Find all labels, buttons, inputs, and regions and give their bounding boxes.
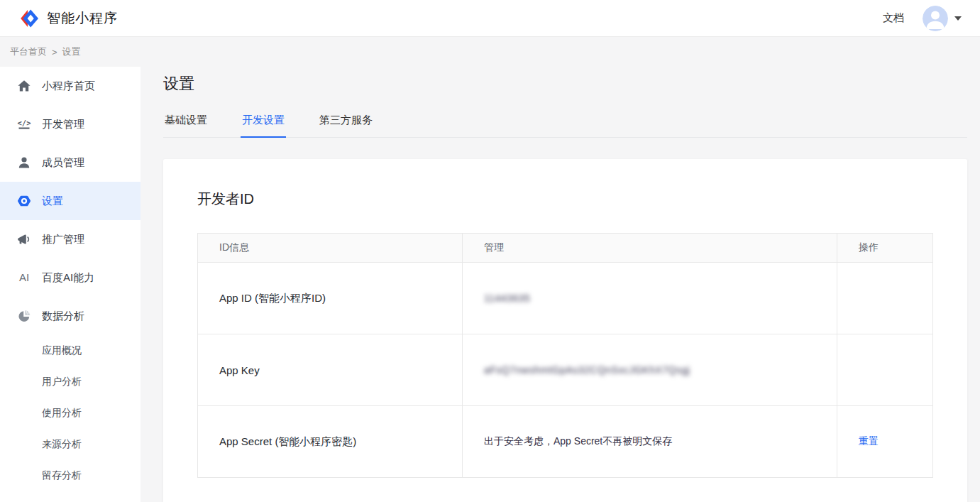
- top-header: 智能小程序 文档: [0, 0, 980, 37]
- brand-name: 智能小程序: [47, 9, 118, 28]
- settings-tabs: 基础设置开发设置第三方服务: [163, 114, 967, 138]
- sidebar-subitem-user-analysis[interactable]: 用户分析: [0, 366, 141, 398]
- row-label: App ID (智能小程序ID): [219, 292, 326, 305]
- pie-icon: [17, 309, 31, 323]
- action-cell: [837, 263, 932, 334]
- sidebar-subitem-source-analysis[interactable]: 来源分析: [0, 429, 141, 460]
- brand: 智能小程序: [18, 8, 118, 29]
- avatar[interactable]: [923, 6, 948, 31]
- sidebar-item-data[interactable]: 数据分析: [0, 297, 141, 335]
- main-content: 设置 基础设置开发设置第三方服务 开发者ID ID信息管理操作App ID (智…: [163, 67, 967, 502]
- sidebar-item-label: 百度AI能力: [42, 271, 94, 285]
- column-header: 操作: [837, 234, 932, 262]
- masked-value: aFsQ7nwshmtGpAs32CQnSxcJGKhX7Qsgj: [484, 364, 690, 376]
- ai-icon: AI: [17, 271, 31, 285]
- value-text: 出于安全考虑，App Secret不再被明文保存: [484, 435, 672, 448]
- megaphone-icon: [17, 232, 31, 246]
- table-row: App Secret (智能小程序密匙)出于安全考虑，App Secret不再被…: [198, 405, 932, 477]
- sidebar-subitem-retention-analysis[interactable]: 留存分析: [0, 460, 141, 491]
- svg-text:</>: </>: [18, 119, 31, 127]
- gear-icon: [17, 194, 31, 208]
- developer-id-table: ID信息管理操作App ID (智能小程序ID)11443635App Keya…: [197, 233, 933, 478]
- sidebar-subitem-usage-analysis[interactable]: 使用分析: [0, 398, 141, 429]
- sidebar-item-label: 设置: [42, 195, 63, 208]
- action-cell: [837, 334, 932, 405]
- tab-development[interactable]: 开发设置: [241, 114, 286, 138]
- sidebar-subitem-app-overview[interactable]: 应用概况: [0, 335, 141, 366]
- sidebar-item-label: 推广管理: [42, 233, 84, 246]
- column-header: 管理: [462, 234, 837, 262]
- action-cell: 重置: [837, 406, 932, 477]
- user-menu[interactable]: [923, 6, 962, 31]
- code-icon: </>: [17, 117, 31, 131]
- card-title: 开发者ID: [163, 159, 967, 209]
- row-label: App Key: [219, 364, 260, 376]
- docs-link[interactable]: 文档: [883, 11, 904, 25]
- table-row: App KeyaFsQ7nwshmtGpAs32CQnSxcJGKhX7Qsgj: [198, 334, 932, 405]
- breadcrumb: 平台首页 > 设置: [0, 37, 980, 67]
- sidebar-item-ai[interactable]: AI百度AI能力: [0, 258, 141, 297]
- sidebar-item-dev[interactable]: </>开发管理: [0, 105, 141, 143]
- table-header-row: ID信息管理操作: [198, 234, 932, 262]
- page-title: 设置: [163, 73, 967, 94]
- reset-button[interactable]: 重置: [859, 435, 879, 448]
- chevron-down-icon: [954, 16, 962, 21]
- column-header: ID信息: [198, 234, 462, 262]
- sidebar-item-label: 数据分析: [42, 310, 84, 323]
- row-label: App Secret (智能小程序密匙): [219, 435, 356, 449]
- sidebar-item-label: 成员管理: [42, 156, 84, 170]
- breadcrumb-current: 设置: [62, 45, 81, 58]
- sidebar-item-label: 开发管理: [42, 118, 84, 131]
- management-cell: aFsQ7nwshmtGpAs32CQnSxcJGKhX7Qsgj: [462, 334, 837, 405]
- sidebar: 小程序首页</>开发管理成员管理设置推广管理AI百度AI能力数据分析应用概况用户…: [0, 67, 141, 502]
- breadcrumb-home[interactable]: 平台首页: [10, 45, 47, 58]
- sidebar-item-home[interactable]: 小程序首页: [0, 67, 141, 105]
- sidebar-item-label: 小程序首页: [42, 80, 95, 93]
- masked-value: 11443635: [484, 293, 530, 304]
- table-row: App ID (智能小程序ID)11443635: [198, 262, 932, 334]
- id-info-cell: App ID (智能小程序ID): [198, 263, 462, 334]
- tab-third-party[interactable]: 第三方服务: [318, 114, 374, 138]
- member-icon: [17, 155, 31, 170]
- sidebar-item-member[interactable]: 成员管理: [0, 143, 141, 182]
- home-icon: [17, 79, 31, 93]
- brand-logo-icon: [18, 8, 40, 29]
- management-cell: 11443635: [462, 263, 837, 334]
- tab-basic[interactable]: 基础设置: [163, 114, 209, 138]
- svg-text:AI: AI: [19, 271, 29, 283]
- sidebar-item-settings[interactable]: 设置: [0, 182, 141, 220]
- sidebar-item-promo[interactable]: 推广管理: [0, 220, 141, 258]
- id-info-cell: App Secret (智能小程序密匙): [198, 406, 462, 477]
- id-info-cell: App Key: [198, 334, 462, 405]
- management-cell: 出于安全考虑，App Secret不再被明文保存: [462, 406, 837, 477]
- breadcrumb-separator: >: [52, 47, 57, 58]
- developer-id-card: 开发者ID ID信息管理操作App ID (智能小程序ID)11443635Ap…: [163, 159, 967, 502]
